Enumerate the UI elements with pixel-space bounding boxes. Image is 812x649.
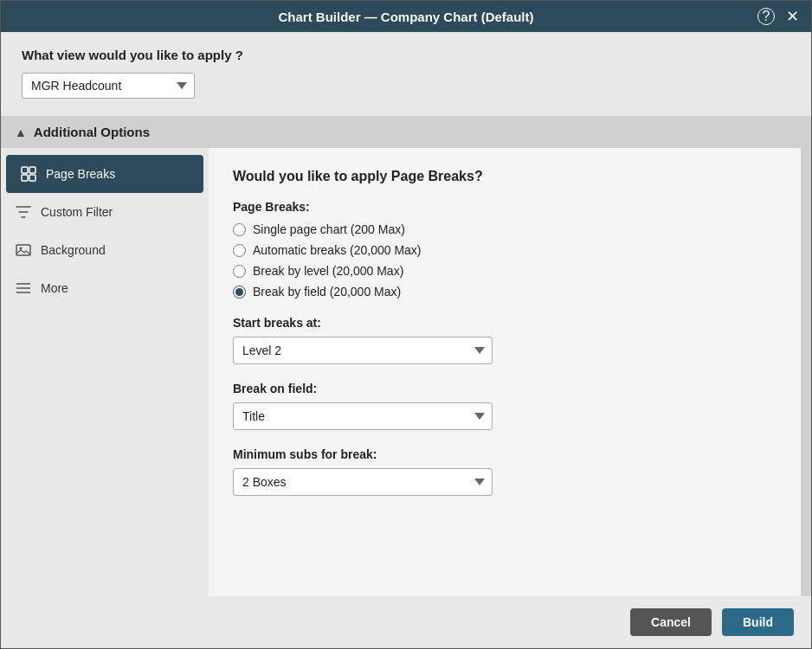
- radio-automatic[interactable]: Automatic breaks (20,000 Max): [233, 243, 777, 257]
- main-content: Page Breaks Custom Filter: [1, 148, 811, 596]
- top-section: What view would you like to apply ? MGR …: [1, 32, 811, 109]
- radio-automatic-label: Automatic breaks (20,000 Max): [253, 243, 422, 257]
- radio-group: Single page chart (200 Max) Automatic br…: [233, 222, 777, 299]
- radio-by-level[interactable]: Break by level (20,000 Max): [233, 264, 777, 278]
- radio-single-page-input[interactable]: [233, 223, 246, 236]
- page-breaks-icon: [20, 165, 37, 183]
- radio-by-level-label: Break by level (20,000 Max): [253, 264, 403, 278]
- min-subs-label: Minimum subs for break:: [233, 447, 777, 461]
- sidebar-item-page-breaks-label: Page Breaks: [46, 167, 115, 181]
- radio-single-page[interactable]: Single page chart (200 Max): [233, 222, 777, 236]
- radio-by-field[interactable]: Break by field (20,000 Max): [233, 285, 777, 299]
- radio-by-level-input[interactable]: [233, 265, 246, 278]
- start-breaks-select[interactable]: Level 1 Level 2 Level 3 Level 4: [233, 337, 493, 364]
- content-panel: Would you like to apply Page Breaks? Pag…: [209, 148, 801, 596]
- footer: Cancel Build: [1, 596, 811, 648]
- sidebar-item-more[interactable]: More: [1, 269, 209, 307]
- break-on-field-group: Break on field: Title Department Locatio…: [233, 382, 777, 430]
- additional-options-bar[interactable]: ▲ Additional Options: [1, 116, 811, 148]
- svg-point-5: [20, 247, 23, 250]
- sidebar-item-custom-filter-label: Custom Filter: [41, 205, 113, 219]
- view-select[interactable]: MGR Headcount All Headcount Executive Vi…: [22, 73, 195, 99]
- sidebar-item-more-label: More: [41, 281, 68, 295]
- chart-builder-dialog: Chart Builder — Company Chart (Default) …: [0, 0, 812, 649]
- svg-rect-2: [22, 175, 28, 181]
- title-bar-icons: ? ✕: [757, 8, 801, 25]
- min-subs-group: Minimum subs for break: 1 Box 2 Boxes 3 …: [233, 447, 777, 496]
- cancel-button[interactable]: Cancel: [630, 608, 712, 636]
- start-breaks-group: Start breaks at: Level 1 Level 2 Level 3…: [233, 316, 777, 364]
- sidebar-item-background[interactable]: Background: [1, 231, 209, 269]
- svg-rect-0: [22, 167, 28, 173]
- dialog-title: Chart Builder — Company Chart (Default): [55, 10, 757, 24]
- title-bar: Chart Builder — Company Chart (Default) …: [1, 1, 811, 32]
- svg-rect-4: [16, 245, 30, 255]
- sidebar-item-page-breaks[interactable]: Page Breaks: [6, 155, 203, 193]
- break-on-field-select[interactable]: Title Department Location: [233, 402, 493, 430]
- scrollbar[interactable]: [801, 148, 811, 596]
- more-icon: [15, 280, 32, 297]
- close-icon[interactable]: ✕: [783, 8, 801, 25]
- content-heading: Would you like to apply Page Breaks?: [233, 169, 777, 184]
- additional-options-label: Additional Options: [34, 125, 150, 139]
- expand-icon: ▲: [15, 125, 27, 139]
- radio-by-field-input[interactable]: [233, 286, 246, 299]
- min-subs-select[interactable]: 1 Box 2 Boxes 3 Boxes 4 Boxes: [233, 468, 493, 496]
- view-question: What view would you like to apply ?: [22, 48, 790, 62]
- filter-icon: [15, 203, 32, 221]
- sidebar: Page Breaks Custom Filter: [1, 148, 209, 596]
- page-breaks-label: Page Breaks:: [233, 200, 777, 214]
- svg-rect-1: [29, 167, 35, 173]
- svg-rect-3: [29, 175, 35, 181]
- radio-automatic-input[interactable]: [233, 244, 246, 257]
- image-icon: [15, 241, 32, 259]
- sidebar-item-custom-filter[interactable]: Custom Filter: [1, 193, 209, 231]
- build-button[interactable]: Build: [722, 608, 794, 636]
- radio-single-page-label: Single page chart (200 Max): [253, 222, 405, 236]
- break-on-field-label: Break on field:: [233, 382, 777, 395]
- sidebar-item-background-label: Background: [41, 243, 106, 257]
- help-icon[interactable]: ?: [757, 8, 775, 25]
- radio-by-field-label: Break by field (20,000 Max): [253, 285, 401, 299]
- start-breaks-label: Start breaks at:: [233, 316, 777, 330]
